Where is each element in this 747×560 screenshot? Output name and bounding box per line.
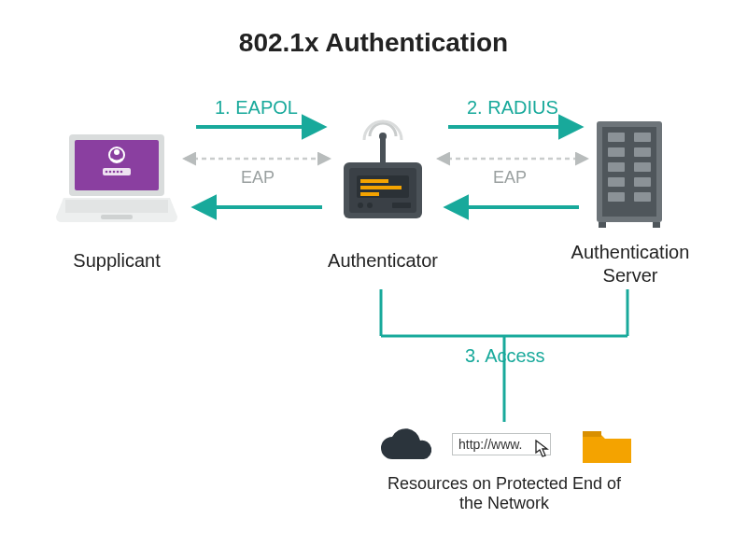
authenticator-label: Authenticator (322, 250, 444, 272)
flow-radius-label: 2. RADIUS (467, 97, 558, 119)
auth-server-label: Authentication Server (560, 241, 700, 287)
resources-caption: Resources on Protected End of the Networ… (383, 474, 626, 513)
url-box-icon: http://www. (452, 433, 551, 455)
url-text: http://www. (458, 437, 522, 452)
supplicant-label: Supplicant (70, 250, 163, 272)
eap-label-right: EAP (493, 168, 527, 188)
eap-label-left: EAP (241, 168, 275, 188)
folder-icon (581, 426, 633, 467)
cloud-icon (374, 426, 435, 467)
svg-rect-47 (583, 431, 601, 437)
flow-eapol-label: 1. EAPOL (215, 97, 298, 119)
flow-access-label: 3. Access (465, 345, 545, 367)
